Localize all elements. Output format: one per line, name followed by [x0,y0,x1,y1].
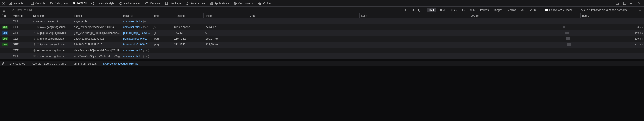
waterfall-tick: 15,36 s [580,14,589,18]
waterfall-marker [257,53,257,59]
cell-transfer [172,48,204,53]
filter-xhr[interactable]: XHR [468,8,477,12]
col-waterfall[interactable]: 0 ms5,12 s10,24 s15,36 s [249,14,644,18]
col-file[interactable]: Fichier [72,14,122,18]
tab-style-editor[interactable]: Éditeur de style [89,0,117,7]
filter-media[interactable]: Médias [506,8,518,12]
more-menu-icon[interactable] [629,1,634,6]
tab-profiler[interactable]: Profiler [256,0,274,7]
table-row[interactable]: GETadserver.inserate.linkasyncjs.phpcont… [0,18,644,24]
tab-network[interactable]: Réseau [70,0,88,7]
close-panel-button[interactable] [1,1,6,6]
cell-file: view?xai=AKAOjsvRyOadqwJu_tcGvg… [72,53,122,59]
cell-type: js [152,24,172,30]
cell-initiator: container.html:8 (img) [122,53,152,59]
table-row[interactable]: GETsecurepubads.g.doublec…view?xai=AKAOj… [0,48,644,53]
filter-other[interactable]: Autre [528,8,538,12]
close-devtools-icon[interactable] [636,1,642,6]
cell-file: osd_listener.js?cache=r20110914 [72,24,122,30]
tab-console[interactable]: Console [28,0,48,7]
svg-rect-8 [210,4,211,5]
initiator-link[interactable]: framework.0ef949c7… [123,43,150,46]
tab-memory[interactable]: Mémoire [143,0,162,7]
svg-rect-19 [617,3,618,4]
svg-rect-30 [34,44,35,46]
tracker-shield-icon [37,37,39,40]
waterfall-tick: 0 ms [249,14,255,18]
dock-side-icon[interactable] [622,1,628,6]
filter-images[interactable]: Images [492,8,504,12]
table-row[interactable]: 204GETpagead2.googlesyndi…gen_204?id=gpt… [0,30,644,36]
tab-applications[interactable]: Applications [207,0,231,7]
table-row[interactable]: 200GETwww.googletagservic…osd_listener.j… [0,24,644,30]
cell-waterfall [249,48,644,53]
tab-label: Inspecteur [14,2,26,5]
filter-fonts[interactable]: Polices [478,8,490,12]
filter-js[interactable]: JS [460,8,466,12]
col-method[interactable]: Méthode [11,14,31,18]
tab-accessibility[interactable]: Accessibilité [183,0,207,7]
cell-transfer: 232,85 Ko [172,42,204,48]
tab-debugger[interactable]: Débogueur [48,0,70,7]
cell-type [152,18,172,24]
cell-initiator: container.html:7 (scr… [122,24,152,30]
col-domain[interactable]: Domaine [31,14,72,18]
cell-size [204,53,249,59]
waterfall-marker [257,48,257,53]
cell-method: GET [11,30,31,36]
tab-performance[interactable]: Performances [117,0,143,7]
iframe-picker-icon[interactable] [615,1,620,6]
devtools-tabs: Inspecteur Console Débogueur Réseau Édit… [0,0,644,7]
col-initiator[interactable]: Initiateur [122,14,152,18]
tab-storage[interactable]: Stockage [162,0,183,7]
pause-button[interactable] [404,8,409,13]
cell-waterfall [249,18,644,24]
svg-rect-28 [34,33,35,34]
settings-button[interactable] [637,8,643,13]
filter-ws[interactable]: WS [519,8,527,12]
filter-html[interactable]: HTML [437,8,448,12]
waterfall-marker [257,30,257,36]
disable-cache-checkbox[interactable]: Désactiver le cache [543,9,574,12]
lock-icon [33,32,36,34]
col-type[interactable]: Type [152,14,172,18]
initiator-link[interactable]: framework.0ef949c7… [123,37,150,40]
cell-initiator: framework.0ef949c7… [122,42,152,48]
cell-file: gen_204?id=gpt_pgbrk&pvsid=8686… [72,30,122,36]
clear-button[interactable] [1,8,7,13]
cell-method: GET [11,53,31,59]
cell-size: 232,20 Ko [204,42,249,48]
col-status[interactable]: État [0,14,11,18]
cell-size [204,48,249,53]
table-row[interactable]: 200GETtpc.googlesyndicatio…3842604714823… [0,42,644,48]
filter-css[interactable]: CSS [449,8,458,12]
col-size[interactable]: Taille [204,14,249,18]
col-transfer[interactable]: Transfert [172,14,204,18]
tab-components[interactable]: Components [231,0,256,7]
svg-point-26 [640,10,640,11]
cell-method: GET [11,24,31,30]
separator [9,8,9,12]
status-bar: 149 requêtes 7,05 Mo / 2,06 Mo transféré… [0,61,644,66]
waterfall-marker [257,36,257,42]
table-row[interactable]: 200GETtpc.googlesyndicatio…1329411660160… [0,36,644,42]
waterfall-bar [563,26,565,29]
tab-inspector[interactable]: Inspecteur [6,0,28,7]
block-button[interactable] [417,8,422,13]
filter-all[interactable]: Tout [427,8,436,12]
throttle-select[interactable]: Aucune limitation de la bande passante [579,9,632,12]
initiator-link[interactable]: container.html:8 [123,49,142,52]
status-badge: 200 [2,37,8,40]
initiator-link[interactable]: container.html:7 [123,20,142,23]
search-button[interactable] [410,8,416,13]
cell-method: GET [11,42,31,48]
tab-label: Mémoire [150,2,160,5]
initiator-link[interactable]: pubads_impl_20201… [123,31,150,35]
initiator-link[interactable]: container.html:8 [123,55,142,58]
cell-method: GET [11,18,31,24]
table-row[interactable]: GETsecurepubads.g.doublec…view?xai=AKAOj… [0,53,644,59]
filter-url-input[interactable] [16,9,60,12]
initiator-link[interactable]: container.html:7 [123,26,142,29]
checkbox-label: Désactiver le cache [549,9,573,12]
tracker-shield-icon [37,32,39,34]
